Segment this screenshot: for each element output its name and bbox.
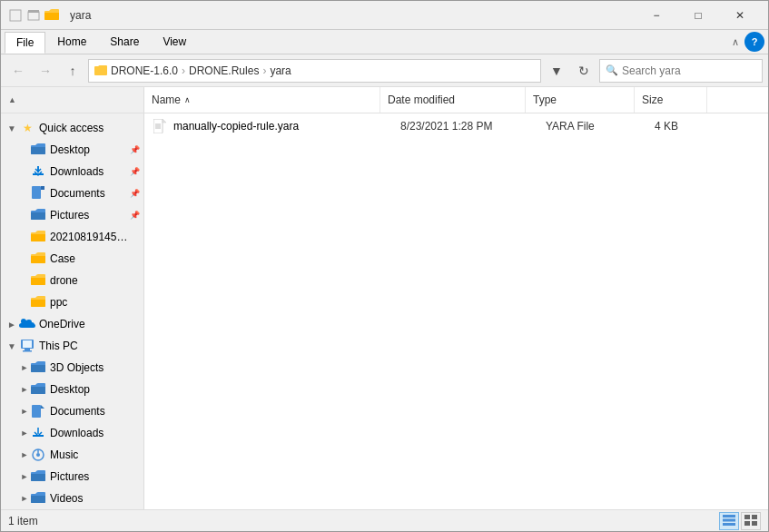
window-icon-blank2	[26, 8, 41, 23]
sidebar-item-downloads[interactable]: Downloads 📌	[1, 161, 143, 182]
downloads-icon	[30, 163, 46, 180]
minimize-button[interactable]: −	[636, 1, 677, 30]
address-path[interactable]: DRONE-1.6.0 › DRONE.Rules › yara	[88, 59, 541, 83]
documents-label: Documents	[50, 187, 105, 200]
this-pc-icon	[19, 338, 35, 354]
quick-access-label: Quick access	[39, 122, 104, 134]
sidebar-item-desktop[interactable]: Desktop 📌	[1, 139, 143, 161]
tab-view[interactable]: View	[151, 31, 198, 53]
ribbon-expand-icon[interactable]: ∧	[732, 36, 739, 48]
onedrive-chevron: ►	[5, 320, 19, 330]
sidebar-item-pictures[interactable]: Pictures 📌	[1, 204, 143, 226]
help-button[interactable]: ?	[744, 32, 764, 52]
tab-share[interactable]: Share	[98, 31, 151, 53]
breadcrumb-part3: yara	[270, 64, 291, 77]
window-title: yara	[70, 9, 636, 22]
this-pc-desktop-icon	[30, 381, 46, 398]
back-button[interactable]: ←	[6, 59, 30, 83]
sidebar-scroll-up-icon: ▲	[8, 95, 16, 104]
svg-rect-29	[752, 515, 757, 519]
close-button[interactable]: ✕	[719, 1, 761, 30]
main-content: ▼ ★ Quick access Desktop 📌 Downloads	[1, 113, 768, 509]
sidebar-item-this-pc-documents[interactable]: ► Documents	[1, 400, 143, 422]
col-header-date[interactable]: Date modified	[380, 87, 526, 113]
date-folder-label: 20210819145111...	[50, 231, 132, 243]
this-pc-pictures-icon	[30, 468, 46, 485]
sidebar-item-documents[interactable]: Documents 📌	[1, 182, 143, 204]
quick-access-header[interactable]: ▼ ★ Quick access	[1, 117, 143, 139]
search-input[interactable]	[622, 64, 740, 77]
refresh-icon: ↻	[578, 64, 589, 78]
file-size: 4 KB	[655, 120, 727, 133]
this-pc-desktop-chevron: ►	[19, 385, 30, 394]
svg-rect-13	[32, 405, 41, 418]
documents-icon	[30, 185, 46, 202]
sidebar-item-ppc[interactable]: ppc	[1, 291, 143, 313]
this-pc-documents-icon	[30, 403, 46, 419]
svg-rect-31	[752, 521, 757, 526]
file-type: YARA File	[546, 120, 655, 133]
up-button[interactable]: ↑	[61, 59, 84, 83]
sidebar-item-this-pc-videos[interactable]: ► Videos	[1, 488, 143, 509]
sidebar-item-this-pc-desktop[interactable]: ► Desktop	[1, 379, 143, 400]
desktop-folder-icon	[30, 142, 46, 158]
drone-label: drone	[50, 274, 78, 287]
sidebar-item-this-pc-pictures[interactable]: ► Pictures	[1, 466, 143, 488]
svg-rect-30	[744, 521, 750, 526]
sidebar-item-case[interactable]: Case	[1, 248, 143, 270]
3d-chevron: ►	[19, 363, 30, 372]
downloads-label: Downloads	[50, 165, 104, 178]
documents-pin-icon: 📌	[130, 189, 140, 198]
col-header-name[interactable]: Name ∧	[144, 87, 380, 113]
onedrive-header[interactable]: ► OneDrive	[1, 313, 143, 335]
3d-objects-label: 3D Objects	[50, 361, 104, 374]
dropdown-icon: ▼	[550, 64, 563, 78]
svg-rect-27	[723, 523, 735, 526]
sidebar-item-this-pc-downloads[interactable]: ► Downloads	[1, 422, 143, 444]
window: yara − □ ✕ File Home Share View ∧ ? ← → …	[0, 0, 769, 532]
this-pc-downloads-icon	[30, 425, 46, 441]
refresh-button[interactable]: ↻	[572, 59, 596, 83]
videos-label: Videos	[50, 492, 83, 505]
svg-rect-8	[41, 186, 44, 190]
address-dropdown-button[interactable]: ▼	[545, 59, 568, 83]
sidebar-item-3d-objects[interactable]: ► 3D Objects	[1, 357, 143, 379]
tab-home[interactable]: Home	[45, 31, 98, 53]
downloads-pin-icon: 📌	[130, 167, 140, 176]
this-pc-pictures-label: Pictures	[50, 470, 89, 483]
ribbon-expand-area: ∧ ?	[732, 32, 764, 52]
col-header-size[interactable]: Size	[635, 87, 707, 113]
svg-rect-1	[28, 12, 39, 20]
case-folder-icon	[30, 251, 46, 267]
table-row[interactable]: manually-copied-rule.yara 8/23/2021 1:28…	[144, 113, 768, 139]
quick-access-group: ▼ ★ Quick access Desktop 📌 Downloads	[1, 117, 143, 313]
tab-file[interactable]: File	[5, 32, 45, 54]
onedrive-group: ► OneDrive	[1, 313, 143, 335]
view-details-button[interactable]	[719, 512, 739, 530]
this-pc-header[interactable]: ▼ This PC	[1, 335, 143, 357]
window-icon-blank1	[8, 8, 23, 23]
window-icon-folder	[44, 8, 59, 23]
svg-rect-10	[23, 340, 32, 348]
breadcrumb-sep2: ›	[262, 64, 266, 77]
forward-icon: →	[39, 64, 52, 78]
breadcrumb-part1: DRONE-1.6.0	[111, 64, 178, 77]
maximize-button[interactable]: □	[677, 1, 719, 30]
sidebar-item-this-pc-music[interactable]: ► Music	[1, 444, 143, 466]
svg-marker-21	[163, 119, 166, 123]
music-icon	[30, 447, 46, 463]
file-date: 8/23/2021 1:28 PM	[400, 120, 546, 133]
col-sort-icon: ∧	[184, 95, 191, 104]
drone-folder-icon	[30, 272, 46, 289]
item-count: 1 item	[8, 515, 38, 527]
this-pc-pictures-chevron: ►	[19, 472, 30, 481]
column-headers-row: ▲ Name ∧ Date modified Type Size	[1, 87, 768, 113]
quick-access-star-icon: ★	[19, 120, 35, 136]
this-pc-group: ▼ This PC ► 3D Objects ►	[1, 335, 143, 509]
view-tiles-button[interactable]	[741, 512, 761, 530]
col-header-type[interactable]: Type	[526, 87, 635, 113]
sidebar-item-date-folder[interactable]: 20210819145111...	[1, 226, 143, 248]
pictures-label: Pictures	[50, 209, 89, 222]
forward-button[interactable]: →	[34, 59, 57, 83]
sidebar-item-drone[interactable]: drone	[1, 270, 143, 291]
